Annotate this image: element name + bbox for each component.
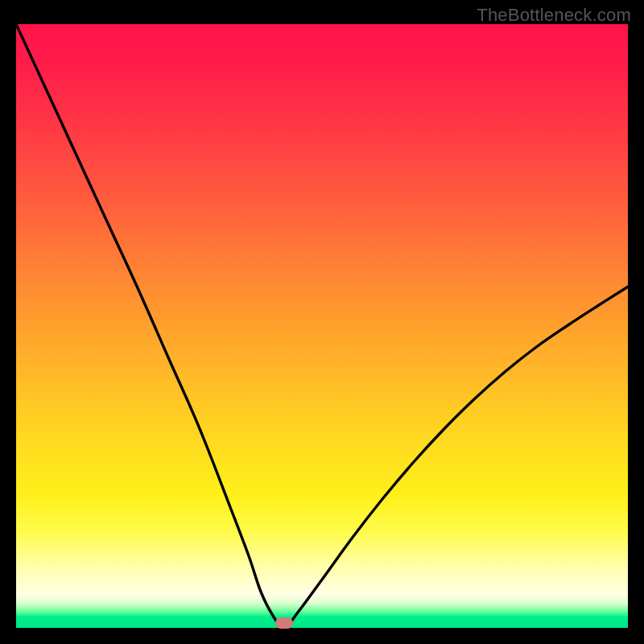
chart-frame: TheBottleneck.com — [0, 0, 644, 644]
bottleneck-curve — [16, 24, 628, 628]
optimal-point-marker — [275, 617, 293, 629]
watermark-text: TheBottleneck.com — [477, 5, 631, 26]
